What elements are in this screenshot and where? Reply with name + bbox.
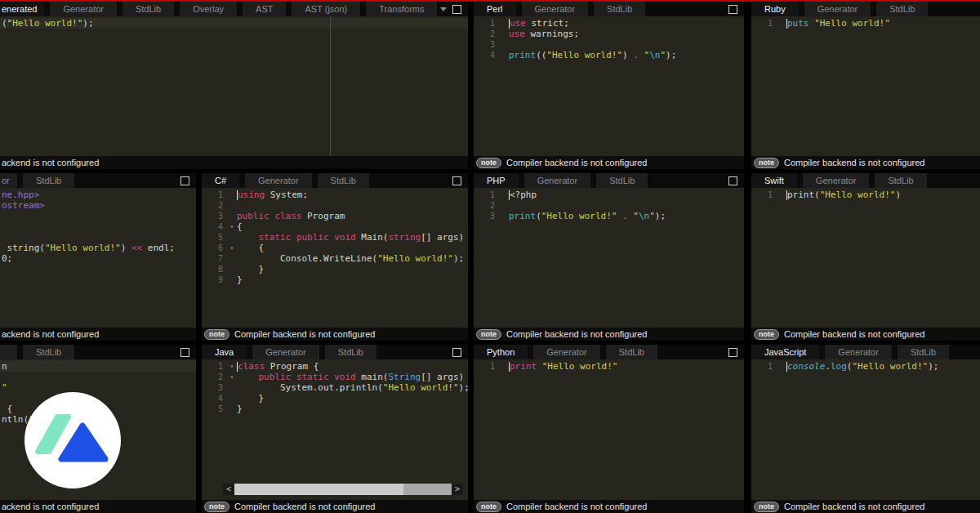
dropdown-caret-icon[interactable]	[440, 7, 447, 11]
tab-swift[interactable]: Swift	[751, 173, 797, 188]
tab-generator[interactable]: Generator	[825, 345, 892, 359]
fold-arrow-icon	[227, 232, 237, 243]
tab-ruby[interactable]: Ruby	[751, 2, 799, 16]
tab-bar: JavaGeneratorStdLib	[202, 345, 468, 359]
tab-or[interactable]: or	[0, 173, 17, 188]
code-line: 3public class Program	[202, 211, 468, 221]
code-line: 1print "Hello world!"	[474, 361, 744, 372]
maximize-icon[interactable]	[180, 176, 189, 185]
tab-generator[interactable]: Generator	[50, 2, 117, 16]
tab-generator[interactable]: Generator	[524, 173, 591, 188]
scroll-right-arrow-icon[interactable]: >	[452, 484, 463, 495]
status-text: Compiler backend is not configured	[784, 158, 924, 167]
tab-generator[interactable]: Generator	[533, 345, 600, 359]
tab-ast-json-[interactable]: AST (json)	[292, 2, 360, 16]
tab-stdlib[interactable]: StdLib	[898, 345, 949, 359]
token: [] args)	[421, 372, 468, 382]
status-bar: noteCompiler backend is not configured	[751, 156, 980, 169]
maximize-icon[interactable]	[180, 348, 189, 357]
token: (	[847, 361, 853, 372]
token: use	[509, 29, 525, 39]
code-editor[interactable]: 1use strict;2use warnings;34print(("Hell…	[474, 16, 744, 156]
code-editor[interactable]: ("Hello world!");	[0, 16, 468, 156]
note-badge: note	[204, 502, 229, 512]
maximize-icon[interactable]	[452, 348, 461, 357]
site-logo	[24, 392, 121, 488]
maximize-icon[interactable]	[452, 5, 461, 14]
token: static	[259, 232, 292, 243]
tab-ast[interactable]: AST	[243, 2, 286, 16]
code-text: print "Hello world!"	[509, 361, 617, 372]
tab-stdlib[interactable]: StdLib	[23, 345, 74, 359]
maximize-icon[interactable]	[728, 348, 737, 357]
tab-java[interactable]: Java	[202, 345, 247, 359]
code-editor[interactable]: 1print("Hello world!")	[751, 188, 980, 328]
tab-perl[interactable]: Perl	[474, 2, 516, 16]
fold-arrow-icon	[777, 190, 786, 200]
tab-stdlib[interactable]: StdLib	[594, 2, 645, 16]
fold-arrow-icon: ▾	[227, 243, 237, 253]
token: void	[334, 232, 356, 243]
status-text: ackend is not configured	[2, 502, 99, 511]
tab-javascript[interactable]: JavaScript	[751, 345, 819, 359]
code-editor[interactable]: 1using System;23public class Program4▾{5…	[202, 188, 468, 328]
code-line: 4print(("Hello world!") . "\n");	[474, 50, 744, 60]
tab-stdlib[interactable]: StdLib	[876, 2, 928, 16]
tab-python[interactable]: Python	[474, 345, 528, 359]
tab-stdlib[interactable]: StdLib	[23, 173, 74, 188]
status-bar: noteCompiler backend is not configured	[474, 500, 744, 513]
token: "Hello world!"	[814, 18, 890, 29]
code-editor[interactable]: 1▾class Program {2▾ public static void m…	[202, 359, 468, 500]
tab-stdlib[interactable]: StdLib	[325, 345, 376, 359]
code-line: 8 }	[202, 264, 468, 274]
code-text: }	[237, 264, 264, 274]
token: ((	[536, 50, 546, 60]
horizontal-scrollbar[interactable]: <>	[223, 484, 463, 495]
token: {	[237, 243, 264, 253]
tab-stdlib[interactable]: StdLib	[596, 173, 648, 188]
scrollbar-track[interactable]	[234, 484, 452, 495]
tab-overlay[interactable]: Overlay	[180, 2, 237, 16]
token: \n	[649, 50, 660, 60]
scroll-left-arrow-icon[interactable]: <	[223, 484, 234, 495]
maximize-icon[interactable]	[452, 176, 461, 185]
code-editor[interactable]: 1puts "Hello world!"	[751, 16, 980, 156]
tab-generator[interactable]: Generator	[252, 345, 319, 359]
code-text: }	[237, 274, 243, 285]
tab-transforms[interactable]: Transforms	[366, 2, 437, 16]
code-line: 1console.log("Hello world!");	[751, 361, 980, 372]
token: string(	[2, 243, 45, 253]
panel-swift: SwiftGeneratorStdLib1print("Hello world!…	[751, 173, 980, 341]
tab-stdlib[interactable]: StdLib	[318, 173, 369, 188]
tab-fragment[interactable]	[0, 345, 17, 359]
code-editor[interactable]: ne.hpp>ostream> string("Hello world!") <…	[0, 188, 196, 328]
token: class	[274, 211, 301, 221]
tab-stdlib[interactable]: StdLib	[875, 173, 926, 188]
code-text: {	[237, 221, 243, 232]
line-number: 9	[202, 274, 227, 285]
tab-php[interactable]: PHP	[474, 173, 519, 188]
token: console	[787, 361, 825, 372]
tab-enerated[interactable]: enerated	[0, 2, 44, 16]
tab-c#[interactable]: C#	[202, 173, 239, 188]
line-number: 1	[751, 190, 777, 200]
tab-stdlib[interactable]: StdLib	[606, 345, 657, 359]
tab-generator[interactable]: Generator	[245, 173, 312, 188]
token: ne.hpp>	[2, 190, 39, 200]
token: Main(	[356, 232, 389, 243]
tab-generator[interactable]: Generator	[522, 2, 589, 16]
code-editor[interactable]: 1console.log("Hello world!");	[751, 359, 980, 500]
token: {	[237, 221, 243, 232]
panel-cpp-cut: orStdLibne.hpp>ostream> string("Hello wo…	[0, 173, 196, 341]
tab-stdlib[interactable]: StdLib	[122, 2, 174, 16]
code-editor[interactable]: 1<?php23print("Hello world!" . "\n");	[474, 188, 744, 328]
code-editor[interactable]: 1print "Hello world!"	[474, 359, 744, 500]
tab-generator[interactable]: Generator	[804, 2, 871, 16]
token: print	[509, 50, 536, 60]
fold-arrow-icon	[777, 361, 786, 372]
code-line: 2use warnings;	[474, 29, 744, 39]
scrollbar-thumb[interactable]	[234, 484, 403, 495]
maximize-icon[interactable]	[728, 5, 737, 14]
maximize-icon[interactable]	[728, 176, 737, 185]
tab-generator[interactable]: Generator	[803, 173, 870, 188]
